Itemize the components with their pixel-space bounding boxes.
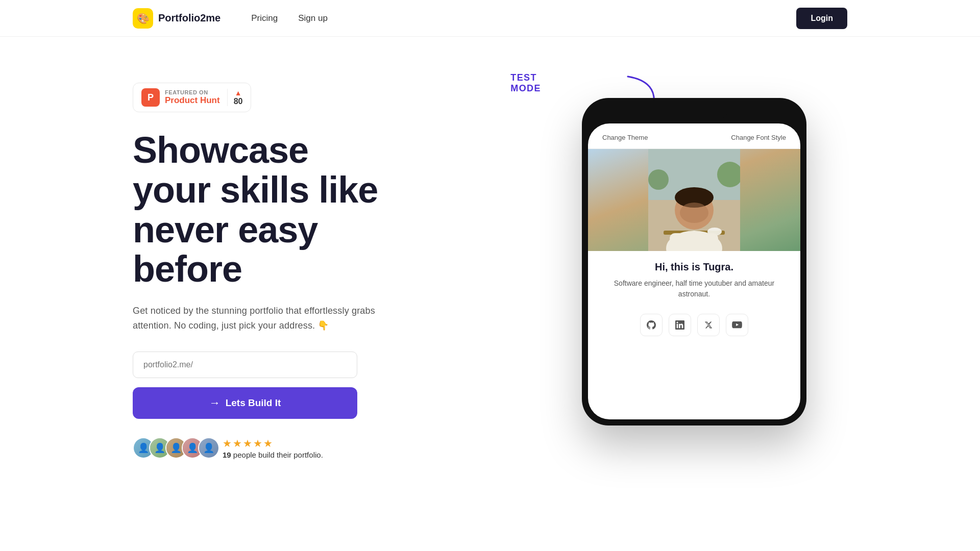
- logo-text: Portfolio2me: [158, 12, 220, 24]
- phone-bio: Hi, this is Tugra. Software engineer, ha…: [588, 251, 800, 306]
- hero-subtext: Get noticed by the stunning portfolio th…: [133, 304, 388, 333]
- ph-count-number: 80: [234, 97, 243, 106]
- ph-icon: P: [141, 88, 160, 107]
- youtube-icon: [732, 321, 742, 329]
- heading-line3: never easy: [133, 209, 317, 250]
- proof-text: ★★★★★ 19 people build their portfolio.: [223, 437, 323, 459]
- cta-arrow-icon: →: [209, 396, 220, 410]
- social-proof: 👤 👤 👤 👤 👤 ★★★★★ 19 people build t: [133, 437, 490, 459]
- avatar-5: 👤: [198, 437, 219, 459]
- ph-upvote-icon: ▲: [235, 89, 242, 97]
- phone-mockup: Change Theme Change Font Style: [582, 98, 806, 425]
- ph-vote-count: ▲ 80: [227, 89, 243, 106]
- github-link[interactable]: [640, 314, 663, 336]
- logo-link[interactable]: 🎨 Portfolio2me: [133, 8, 220, 29]
- ph-featured-label: FEATURED ON: [165, 89, 220, 95]
- github-icon: [647, 320, 656, 330]
- phone-tab-theme[interactable]: Change Theme: [598, 132, 652, 143]
- phone-tab-font[interactable]: Change Font Style: [727, 132, 790, 143]
- hero-right: TEST MODE Change Theme Change Font Style: [531, 67, 827, 425]
- ph-brand-label: Product Hunt: [165, 95, 220, 106]
- login-button[interactable]: Login: [796, 8, 847, 29]
- proof-count: 19 people build their portfolio.: [223, 450, 323, 459]
- x-link[interactable]: [697, 314, 720, 336]
- avatar-group: 👤 👤 👤 👤 👤: [133, 437, 214, 459]
- svg-rect-9: [670, 233, 718, 243]
- phone-top-bar: Change Theme Change Font Style: [588, 123, 800, 149]
- phone-profile-name: Hi, this is Tugra.: [600, 261, 788, 273]
- star-rating: ★★★★★: [223, 437, 323, 449]
- logo-icon: 🎨: [133, 8, 153, 29]
- navbar: 🎨 Portfolio2me Pricing Sign up Login: [0, 0, 980, 37]
- linkedin-icon: [675, 320, 684, 330]
- phone-profile-desc: Software engineer, half time youtuber an…: [600, 278, 788, 299]
- url-input-group: [133, 352, 490, 378]
- heading-line1: Showcase: [133, 130, 308, 170]
- url-input[interactable]: [133, 352, 357, 378]
- ph-text: FEATURED ON Product Hunt: [165, 89, 220, 106]
- heading-line4: before: [133, 248, 242, 289]
- hero-heading: Showcase your skills like never easy bef…: [133, 131, 490, 289]
- hero-left: P FEATURED ON Product Hunt ▲ 80 Showcase…: [133, 67, 490, 459]
- nav-links: Pricing Sign up: [251, 13, 328, 23]
- x-icon: [704, 321, 713, 329]
- svg-point-8: [680, 203, 708, 223]
- main-content: P FEATURED ON Product Hunt ▲ 80 Showcase…: [0, 37, 980, 459]
- cta-button[interactable]: → Lets Build It: [133, 387, 357, 419]
- youtube-link[interactable]: [726, 314, 748, 336]
- cta-label: Lets Build It: [226, 397, 281, 409]
- nav-signup[interactable]: Sign up: [298, 13, 328, 23]
- profile-photo: [588, 149, 800, 251]
- phone-screen: Change Theme Change Font Style: [588, 123, 800, 419]
- test-mode-label: TEST MODE: [510, 72, 541, 94]
- nav-pricing[interactable]: Pricing: [251, 13, 278, 23]
- phone-notch: [661, 104, 727, 118]
- heading-line2: your skills like: [133, 169, 378, 210]
- product-hunt-badge[interactable]: P FEATURED ON Product Hunt ▲ 80: [133, 83, 251, 112]
- phone-social-links: [588, 314, 800, 336]
- svg-point-11: [648, 169, 669, 190]
- phone-profile-image: [588, 149, 800, 251]
- linkedin-link[interactable]: [669, 314, 691, 336]
